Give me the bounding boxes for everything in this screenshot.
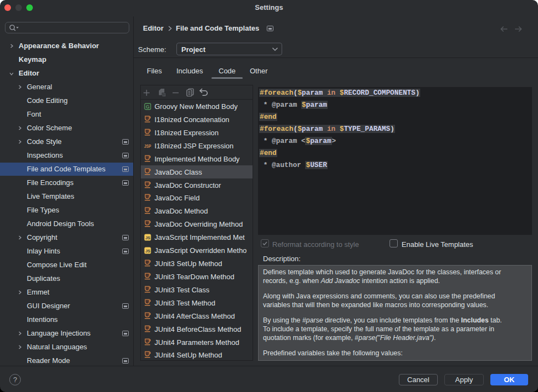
svg-text:G: G: [146, 103, 150, 109]
svg-text:JS: JS: [145, 249, 150, 253]
svg-text:JSP: JSP: [144, 143, 151, 149]
svg-text:JS: JS: [145, 235, 150, 240]
